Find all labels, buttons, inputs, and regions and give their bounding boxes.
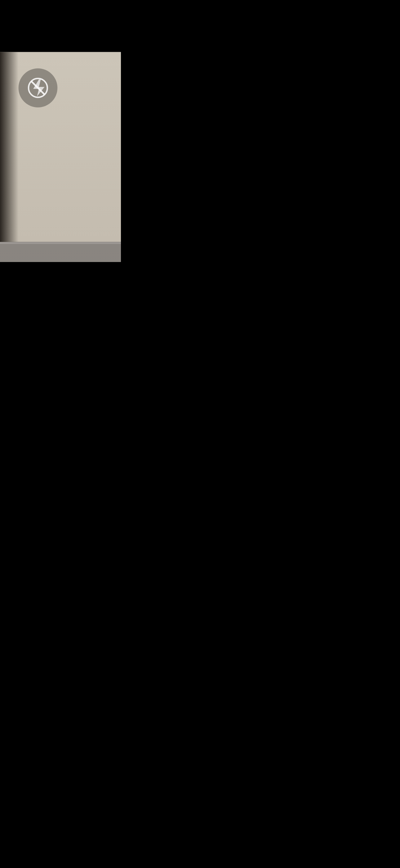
flash-off-button[interactable] [19,68,58,107]
camera-screen: home.mi.com › 0,5 1× 2 [0,1,121,262]
scene-lower-wall [0,242,121,262]
flash-off-icon [27,77,49,99]
status-bar [0,1,121,52]
top-controls [0,57,121,119]
viewfinder: home.mi.com › 0,5 1× 2 [0,1,121,262]
scene-divider [0,242,121,244]
